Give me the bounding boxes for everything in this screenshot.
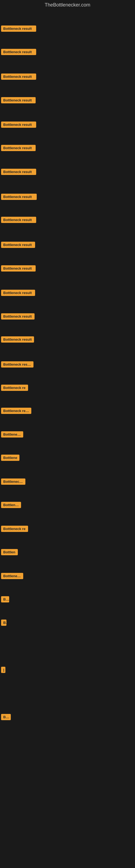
list-item bbox=[0, 824, 135, 846]
bottleneck-badge: | bbox=[1, 667, 5, 673]
bottleneck-badge: Bottleneck re bbox=[1, 526, 28, 532]
list-item: Bottleneck result bbox=[0, 281, 135, 304]
list-item bbox=[0, 682, 135, 705]
list-item: Bottleneck result bbox=[0, 208, 135, 231]
list-item: Bot bbox=[0, 706, 135, 728]
list-item: Bottleneck result bbox=[0, 17, 135, 40]
list-item: Bottleneck result bbox=[0, 257, 135, 280]
list-item: Bottleneck result bbox=[0, 113, 135, 136]
bottleneck-badge: Bottleneck result bbox=[1, 242, 35, 248]
list-item: Bottleneck result bbox=[0, 328, 135, 351]
list-item: Bottleneck result bbox=[0, 40, 135, 63]
list-item: Bottlenec bbox=[0, 493, 135, 516]
list-item: Bo bbox=[0, 588, 135, 611]
bottleneck-badge: Bottlenec bbox=[1, 502, 21, 508]
bottleneck-badge: Bottleneck re bbox=[1, 384, 28, 391]
bottleneck-badge: Bot bbox=[1, 714, 11, 720]
list-item: Bottleneck result bbox=[0, 160, 135, 183]
list-item: Bottleneck re bbox=[0, 517, 135, 540]
bottleneck-badge: Bottleneck result bbox=[1, 122, 36, 128]
list-item: Bottleneck bbox=[0, 423, 135, 446]
list-item: Bottleneck resul bbox=[0, 399, 135, 422]
list-item: Bottlene bbox=[0, 446, 135, 469]
bottleneck-badge: Bottleneck result bbox=[1, 290, 35, 296]
list-item: Bottleneck bbox=[0, 564, 135, 587]
bottleneck-badge: Bottleneck result bbox=[1, 169, 36, 175]
bottleneck-badge: Bottleneck result bbox=[1, 265, 36, 272]
list-item: Bottleneck result bbox=[0, 185, 135, 208]
list-item bbox=[0, 729, 135, 752]
bottleneck-badge: Bottleneck result bbox=[1, 49, 36, 55]
list-item: Bottleneck result bbox=[0, 233, 135, 256]
list-item: Bottleneck result bbox=[0, 136, 135, 159]
bottleneck-badge: Bottleneck result bbox=[1, 73, 36, 80]
bottleneck-badge: Bottleneck result bbox=[1, 217, 36, 223]
list-item bbox=[0, 634, 135, 657]
list-item: Bottleneck re bbox=[0, 376, 135, 399]
bottleneck-badge: Bottleneck result bbox=[1, 313, 35, 319]
bottleneck-badge: Bottleneck result bbox=[1, 97, 36, 103]
list-item: Bottleneck r bbox=[0, 470, 135, 493]
site-title: TheBottlenecker.com bbox=[0, 0, 135, 10]
bottleneck-badge: Bo bbox=[1, 596, 9, 602]
bottleneck-badge: Bottleneck resul bbox=[1, 408, 31, 414]
bottleneck-badge: B bbox=[1, 620, 6, 626]
list-item: B bbox=[0, 611, 135, 634]
list-item bbox=[0, 799, 135, 822]
bottleneck-badge: Bottleneck result bbox=[1, 194, 37, 200]
bottleneck-badge: Bottleneck bbox=[1, 573, 23, 579]
bottleneck-badge: Bottleneck result bbox=[1, 361, 34, 368]
list-item: Bottleneck result bbox=[0, 89, 135, 112]
bottleneck-badge: Bottleneck result bbox=[1, 336, 34, 343]
bottleneck-badge: Bottleneck result bbox=[1, 26, 36, 32]
list-item: Bottlen bbox=[0, 540, 135, 563]
bottleneck-badge: Bottleneck bbox=[1, 431, 23, 437]
list-item bbox=[0, 752, 135, 775]
list-item bbox=[0, 847, 135, 868]
list-item: Bottleneck result bbox=[0, 305, 135, 328]
list-item: | bbox=[0, 658, 135, 681]
list-item: Bottleneck result bbox=[0, 65, 135, 88]
bottleneck-badge: Bottlene bbox=[1, 455, 19, 461]
bottleneck-badge: Bottlen bbox=[1, 549, 18, 555]
list-item bbox=[0, 775, 135, 798]
bottleneck-badge: Bottleneck r bbox=[1, 478, 26, 485]
bottleneck-badge: Bottleneck result bbox=[1, 145, 36, 151]
list-item: Bottleneck result bbox=[0, 353, 135, 376]
